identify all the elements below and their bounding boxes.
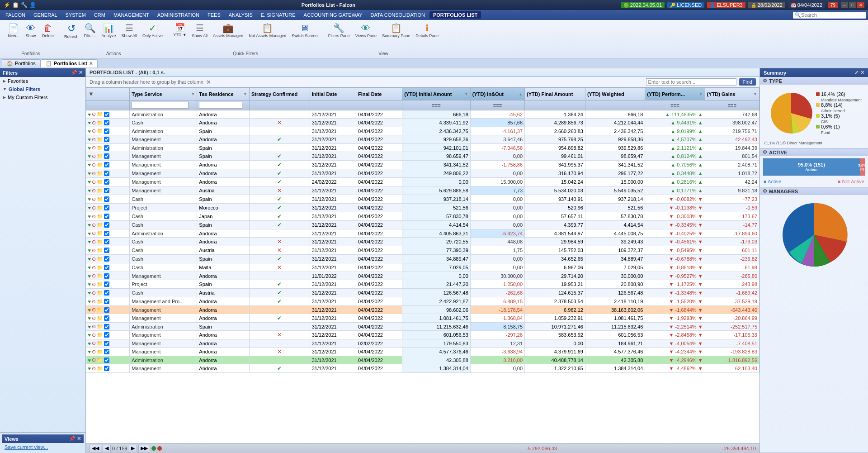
row-target-icon[interactable]: ⊙	[92, 205, 96, 211]
row-heart-icon[interactable]: ♥	[88, 162, 91, 167]
row-heart-icon[interactable]: ♥	[88, 171, 91, 176]
table-container[interactable]: ▼ Type Service ▼ Tax Residence ▼	[86, 87, 760, 443]
onlyactive-button[interactable]: ✓ Only Active	[140, 22, 165, 40]
save-view-link[interactable]: Save current view...	[2, 443, 84, 451]
row-checkbox[interactable]	[104, 299, 109, 304]
row-checkbox[interactable]	[104, 256, 109, 262]
filters-pane-button[interactable]: 🔧 Filters Pane	[326, 22, 352, 40]
row-folder-icon[interactable]: 📁	[97, 128, 103, 134]
minimize-button[interactable]: ─	[841, 2, 848, 8]
col-initial-date-header[interactable]: Initial Date	[310, 88, 356, 100]
prev-page-button[interactable]: ◀	[103, 445, 111, 452]
views-pane-button[interactable]: 👁 Views Pane	[353, 22, 379, 40]
menu-analysis[interactable]: ANALYSIS	[225, 11, 256, 19]
views-pin-icon[interactable]: 📌	[69, 436, 75, 442]
row-folder-icon[interactable]: 📁	[97, 120, 103, 126]
views-close-icon[interactable]: ✕	[77, 436, 81, 442]
row-target-icon[interactable]: ⊙	[92, 162, 96, 168]
row-target-icon[interactable]: ⊙	[92, 128, 96, 134]
row-heart-icon[interactable]: ♥	[88, 120, 91, 125]
row-folder-icon[interactable]: 📁	[97, 273, 103, 279]
row-folder-icon[interactable]: 📁	[97, 357, 103, 363]
managers-gear-icon[interactable]: ⚙	[763, 188, 767, 194]
filter-icon[interactable]: ▼	[88, 91, 94, 97]
row-heart-icon[interactable]: ♥	[88, 366, 91, 371]
row-target-icon[interactable]: ⊙	[92, 214, 96, 219]
filter-row-ytd-gains[interactable]: ===	[705, 100, 759, 110]
row-checkbox[interactable]	[104, 137, 109, 142]
filter-row-ytd-inout[interactable]: ===	[470, 100, 524, 110]
filter-button[interactable]: 🔍 Filter...	[82, 22, 99, 40]
menu-crm[interactable]: CRM	[90, 11, 109, 19]
table-search-input[interactable]	[646, 78, 736, 86]
first-page-button[interactable]: ◀◀	[90, 445, 101, 452]
row-target-icon[interactable]: ⊙	[92, 171, 96, 176]
row-heart-icon[interactable]: ♥	[88, 205, 91, 210]
row-target-icon[interactable]: ⊙	[92, 299, 96, 305]
portfolios-list-tab[interactable]: 📋 Portfolios List ✕	[41, 59, 98, 67]
row-checkbox[interactable]	[104, 290, 109, 296]
row-folder-icon[interactable]: 📁	[97, 230, 103, 236]
row-checkbox[interactable]	[104, 265, 109, 270]
favorites-section[interactable]: ▶ Favorites	[0, 77, 85, 85]
row-target-icon[interactable]: ⊙	[92, 265, 96, 271]
row-folder-icon[interactable]: 📁	[97, 214, 103, 219]
row-folder-icon[interactable]: 📁	[97, 153, 103, 159]
row-heart-icon[interactable]: ♥	[88, 179, 91, 185]
refresh-button[interactable]: ↺ Refresh	[62, 22, 81, 41]
row-target-icon[interactable]: ⊙	[92, 349, 96, 355]
row-target-icon[interactable]: ⊙	[92, 153, 96, 159]
menu-esignature[interactable]: E. SIGNATURE	[257, 11, 299, 19]
custom-filters-section[interactable]: ▶ My Custom Filters	[0, 93, 85, 101]
row-folder-icon[interactable]: 📁	[97, 299, 103, 305]
row-checkbox[interactable]	[104, 222, 109, 228]
filter-row-type[interactable]	[130, 100, 197, 110]
row-checkbox[interactable]	[104, 179, 109, 185]
row-checkbox[interactable]	[104, 205, 109, 210]
row-target-icon[interactable]: ⊙	[92, 120, 96, 126]
row-target-icon[interactable]: ⊙	[92, 145, 96, 151]
summary-undock-icon[interactable]: ⤢	[854, 70, 859, 76]
drag-hint-clear[interactable]: ✕	[206, 79, 211, 86]
row-heart-icon[interactable]: ♥	[88, 196, 91, 202]
col-strategy-header[interactable]: Strategy Confirmed	[250, 88, 310, 100]
maximize-button[interactable]: □	[849, 2, 856, 8]
row-heart-icon[interactable]: ♥	[88, 112, 91, 117]
row-heart-icon[interactable]: ♥	[88, 324, 91, 329]
row-heart-icon[interactable]: ♥	[88, 214, 91, 219]
row-folder-icon[interactable]: 📁	[97, 162, 103, 168]
row-target-icon[interactable]: ⊙	[92, 290, 96, 296]
row-checkbox[interactable]	[104, 273, 109, 279]
row-target-icon[interactable]: ⊙	[92, 222, 96, 228]
col-ytd-final-header[interactable]: (YTD) Final Amount	[525, 88, 585, 100]
row-folder-icon[interactable]: 📁	[97, 188, 103, 194]
row-target-icon[interactable]: ⊙	[92, 324, 96, 329]
row-checkbox[interactable]	[104, 358, 109, 363]
col-ytd-perform-header[interactable]: (YTD) Perform... ▼	[645, 88, 705, 100]
filters-close-icon[interactable]: ✕	[79, 70, 83, 76]
row-checkbox[interactable]	[104, 153, 109, 159]
row-target-icon[interactable]: ⊙	[92, 332, 96, 338]
row-target-icon[interactable]: ⊙	[92, 366, 96, 372]
row-heart-icon[interactable]: ♥	[88, 307, 91, 313]
row-target-icon[interactable]: ⊙	[92, 315, 96, 321]
row-checkbox[interactable]	[104, 171, 109, 176]
menu-portfolios-list[interactable]: PORTFOLIOS LIST	[429, 11, 481, 19]
menu-general[interactable]: GENERAL	[30, 11, 61, 19]
row-heart-icon[interactable]: ♥	[88, 265, 91, 270]
row-checkbox[interactable]	[104, 324, 109, 329]
row-folder-icon[interactable]: 📁	[97, 205, 103, 211]
col-ytd-gains-header[interactable]: (YTD) Gains ▼	[705, 88, 759, 100]
menu-falcon[interactable]: FALCON	[2, 11, 29, 19]
delete-button[interactable]: 🗑 Delete	[40, 22, 56, 40]
row-heart-icon[interactable]: ♥	[88, 341, 91, 346]
global-filters-section[interactable]: ▼ Global Filters	[0, 85, 85, 93]
row-heart-icon[interactable]: ♥	[88, 349, 91, 354]
row-heart-icon[interactable]: ♥	[88, 273, 91, 279]
row-heart-icon[interactable]: ♥	[88, 222, 91, 228]
row-heart-icon[interactable]: ♥	[88, 239, 91, 244]
summary-pane-button[interactable]: 📋 Summary Pane	[380, 22, 412, 40]
row-heart-icon[interactable]: ♥	[88, 231, 91, 236]
active-gear-icon[interactable]: ⚙	[763, 149, 767, 155]
menu-fees[interactable]: FEES	[204, 11, 224, 19]
